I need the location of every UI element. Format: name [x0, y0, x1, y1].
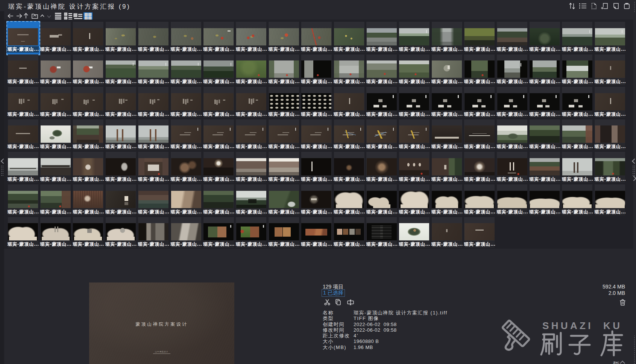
svg-text:SHUAZI KU: SHUAZI KU: [542, 320, 620, 331]
